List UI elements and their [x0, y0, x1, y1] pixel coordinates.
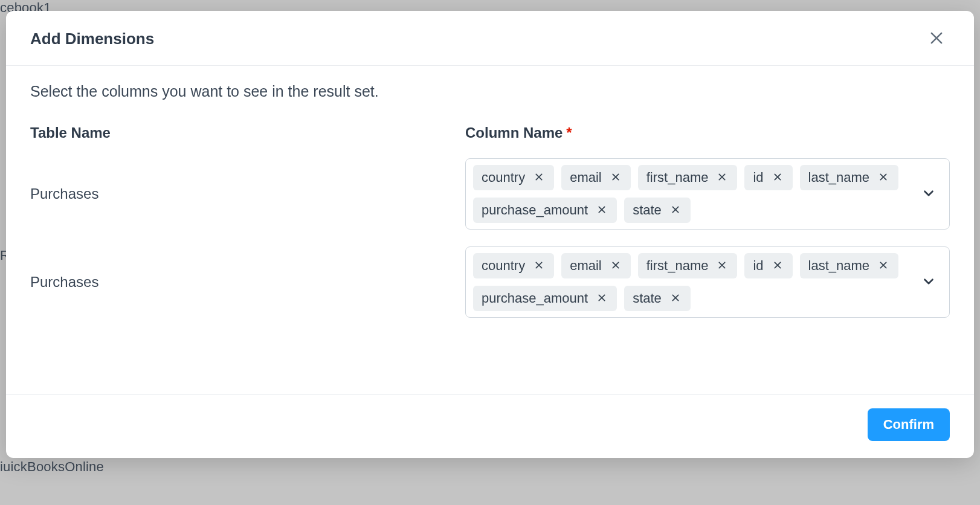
add-dimensions-modal: Add Dimensions Select the columns you wa… — [6, 11, 974, 458]
column-chip: country — [473, 165, 554, 190]
column-chip-label: first_name — [646, 171, 709, 184]
chip-remove-button[interactable] — [609, 259, 622, 272]
rows-container: Purchasescountryemailfirst_nameidlast_na… — [30, 158, 950, 318]
close-icon — [717, 172, 727, 184]
close-icon — [611, 172, 621, 184]
column-chip-label: state — [633, 292, 662, 305]
chip-remove-button[interactable] — [532, 171, 546, 184]
column-chip-label: country — [482, 259, 525, 272]
column-multiselect[interactable]: countryemailfirst_nameidlast_namepurchas… — [465, 158, 950, 230]
column-chip: id — [744, 165, 792, 190]
close-icon — [597, 205, 607, 216]
column-chip: state — [624, 198, 691, 223]
close-icon — [878, 172, 888, 184]
chip-remove-button[interactable] — [877, 259, 890, 272]
column-chip-label: purchase_amount — [482, 204, 588, 217]
close-icon — [671, 293, 680, 304]
column-chip: purchase_amount — [473, 198, 617, 223]
table-name-label: Purchases — [30, 185, 465, 202]
column-chip: last_name — [800, 253, 899, 278]
chip-remove-button[interactable] — [771, 259, 784, 272]
chip-remove-button[interactable] — [609, 171, 622, 184]
chip-remove-button[interactable] — [669, 204, 682, 217]
modal-body: Select the columns you want to see in th… — [6, 66, 974, 394]
column-chip: country — [473, 253, 554, 278]
table-row: Purchasescountryemailfirst_nameidlast_na… — [30, 158, 950, 230]
column-chip-label: state — [633, 204, 662, 217]
column-chip-label: purchase_amount — [482, 292, 588, 305]
header-column-name-text: Column Name — [465, 124, 563, 141]
close-icon — [878, 260, 888, 272]
column-chip-label: country — [482, 171, 525, 184]
chip-remove-button[interactable] — [532, 259, 546, 272]
close-icon — [597, 293, 607, 304]
close-icon — [534, 260, 544, 272]
header-table-name: Table Name — [30, 124, 465, 141]
columns-header: Table Name Column Name* — [30, 124, 950, 141]
column-chip-label: email — [570, 171, 602, 184]
column-multiselect[interactable]: countryemailfirst_nameidlast_namepurchas… — [465, 246, 950, 318]
multiselect-toggle[interactable] — [919, 184, 938, 204]
modal-header: Add Dimensions — [6, 11, 974, 66]
column-chip: state — [624, 286, 691, 311]
column-chip: last_name — [800, 165, 899, 190]
close-icon — [611, 260, 621, 272]
modal-subtitle: Select the columns you want to see in th… — [30, 83, 950, 100]
chip-remove-button[interactable] — [715, 259, 729, 272]
chip-remove-button[interactable] — [669, 292, 682, 305]
chevron-down-icon — [921, 274, 936, 291]
close-icon — [671, 205, 680, 216]
close-icon — [534, 172, 544, 184]
column-chip-label: id — [753, 259, 763, 272]
required-star: * — [566, 124, 572, 141]
column-chip-label: first_name — [646, 259, 709, 272]
column-chip-label: email — [570, 259, 602, 272]
column-chip-label: last_name — [808, 259, 870, 272]
close-icon — [773, 172, 782, 184]
modal-footer: Confirm — [6, 394, 974, 458]
modal-title: Add Dimensions — [30, 30, 154, 48]
header-column-name: Column Name* — [465, 124, 950, 141]
chevron-down-icon — [921, 185, 936, 203]
chip-remove-button[interactable] — [715, 171, 729, 184]
column-chip-label: last_name — [808, 171, 870, 184]
chip-remove-button[interactable] — [595, 292, 608, 305]
column-chip: first_name — [638, 165, 738, 190]
column-chip: id — [744, 253, 792, 278]
table-name-label: Purchases — [30, 274, 465, 291]
multiselect-toggle[interactable] — [919, 272, 938, 292]
column-chip-label: id — [753, 171, 763, 184]
column-chip: email — [561, 253, 631, 278]
close-icon — [717, 260, 727, 272]
confirm-button[interactable]: Confirm — [868, 408, 950, 441]
close-icon — [928, 30, 945, 48]
column-chip: purchase_amount — [473, 286, 617, 311]
chip-remove-button[interactable] — [771, 171, 784, 184]
table-row: Purchasescountryemailfirst_nameidlast_na… — [30, 246, 950, 318]
chip-remove-button[interactable] — [877, 171, 890, 184]
column-chip: email — [561, 165, 631, 190]
close-icon — [773, 260, 782, 272]
close-button[interactable] — [923, 25, 950, 52]
chip-remove-button[interactable] — [595, 204, 608, 217]
column-chip: first_name — [638, 253, 738, 278]
background-text: iuickBooksOnline — [0, 459, 104, 475]
